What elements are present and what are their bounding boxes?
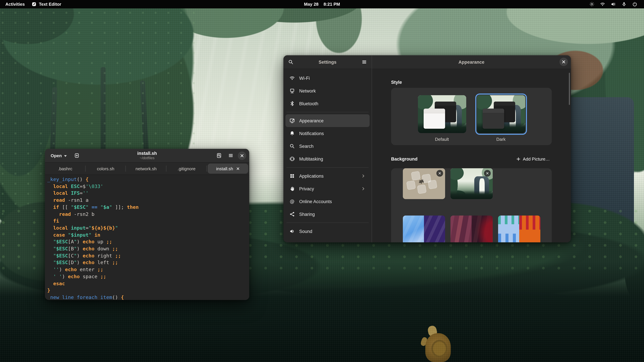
- sidebar-item-network[interactable]: Network: [286, 84, 370, 97]
- menu-button[interactable]: [226, 151, 236, 160]
- code-line: local IFS='': [47, 190, 249, 197]
- tab-install-sh[interactable]: install.sh✕: [208, 164, 248, 174]
- sidebar-divider: [286, 112, 368, 112]
- code-line: case "$input" in: [47, 231, 249, 238]
- text-editor-icon: [32, 2, 36, 7]
- document-search-button[interactable]: [214, 151, 224, 160]
- chevron-down-icon: [64, 155, 67, 157]
- sidebar-headerbar: Settings: [284, 55, 372, 69]
- sidebar-item-label: Search: [299, 144, 314, 149]
- style-option-default[interactable]: Default: [416, 93, 468, 145]
- background-thumb-blue-orange-pills[interactable]: [498, 216, 540, 242]
- add-picture-label: Add Picture…: [523, 157, 550, 162]
- panel-headerbar: Appearance: [372, 55, 571, 69]
- sidebar-item-label: Notifications: [299, 131, 324, 136]
- sidebar-item-label: Network: [299, 88, 316, 93]
- add-picture-button[interactable]: Add Picture…: [514, 155, 552, 163]
- sidebar-item-label: Power: [299, 242, 312, 242]
- activities-button[interactable]: Activities: [5, 2, 25, 7]
- multitasking-icon: [290, 156, 295, 162]
- search-button[interactable]: [286, 57, 296, 67]
- wifi-icon[interactable]: [600, 2, 605, 7]
- system-tray[interactable]: [589, 2, 644, 7]
- tab-label: colors.sh: [97, 166, 114, 171]
- remove-background-button[interactable]: [484, 170, 491, 177]
- sidebar-item-privacy[interactable]: Privacy: [286, 182, 370, 195]
- sidebar-item-sound[interactable]: Sound: [286, 225, 370, 238]
- sidebar-item-bluetooth[interactable]: Bluetooth: [286, 97, 370, 110]
- primary-menu-button[interactable]: [360, 57, 369, 67]
- sidebar-divider: [286, 167, 368, 168]
- date-label: May 28: [304, 2, 318, 7]
- code-line: "$ESC[A") echo up ;;: [47, 239, 249, 245]
- open-button-label: Open: [51, 153, 62, 158]
- volume-icon[interactable]: [611, 2, 616, 7]
- plus-icon: [516, 157, 520, 161]
- code-line: fi: [47, 218, 249, 224]
- sidebar-item-label: Wi-Fi: [299, 76, 310, 81]
- background-thumb-blue-purple-geometric[interactable]: [403, 216, 445, 242]
- sidebar-item-label: Applications: [299, 173, 324, 178]
- microphone-icon[interactable]: [622, 2, 626, 7]
- tab-label: .bashrc: [58, 166, 72, 171]
- background-thumb-forest-waterfall[interactable]: [450, 168, 493, 199]
- sidebar-item-label: Sharing: [299, 212, 315, 217]
- focused-app-menu[interactable]: Text Editor: [32, 2, 62, 7]
- svg-text:@: @: [290, 199, 294, 204]
- style-option-dark[interactable]: Dark: [475, 93, 527, 145]
- code-line: local input="${a}${b}": [47, 225, 249, 231]
- tab-colors-sh[interactable]: colors.sh: [85, 163, 126, 175]
- sidebar-item-label: Bluetooth: [299, 101, 318, 106]
- sidebar-item-label: Appearance: [299, 118, 324, 123]
- share-icon: [290, 212, 295, 217]
- close-settings-button[interactable]: [560, 58, 568, 66]
- sidebar-list: Wi-FiNetworkBluetoothAppearanceNotificat…: [284, 69, 372, 242]
- sidebar-item-notifications[interactable]: Notifications: [286, 127, 370, 140]
- document-title: install.sh: [137, 151, 157, 156]
- sidebar-item-appearance[interactable]: Appearance: [286, 114, 370, 127]
- battery-icon: [290, 241, 295, 242]
- sidebar-item-multitasking[interactable]: Multitasking: [286, 152, 370, 165]
- code-line: read -rsn2 b: [47, 211, 249, 218]
- sidebar-item-wi-fi[interactable]: Wi-Fi: [286, 72, 370, 84]
- settings-window: Settings Wi-FiNetworkBluetoothAppearance…: [284, 55, 571, 242]
- panel-body: Style DefaultDark Background Add Picture…: [372, 69, 571, 242]
- close-button[interactable]: [238, 151, 246, 160]
- settings-title: Settings: [284, 59, 372, 64]
- background-thumb-dark-red-waves[interactable]: [450, 216, 493, 242]
- night-light-icon[interactable]: [589, 2, 594, 7]
- code-line: local ESC=$'\033': [47, 183, 249, 190]
- sidebar-item-search[interactable]: Search: [286, 140, 370, 152]
- code-line: read -rsn1 a: [47, 197, 249, 204]
- tab-network-sh[interactable]: network.sh: [126, 163, 166, 175]
- sidebar-item-online-accounts[interactable]: @Online Accounts: [286, 195, 370, 208]
- panel-title: Appearance: [372, 59, 571, 64]
- open-button[interactable]: Open: [48, 151, 70, 160]
- style-thumb-frame: [475, 93, 527, 135]
- sidebar-item-applications[interactable]: Applications: [286, 170, 370, 182]
- remove-background-button[interactable]: [436, 170, 443, 177]
- chevron-right-icon: [361, 174, 366, 178]
- at-icon: @: [290, 199, 295, 204]
- sidebar-item-label: Online Accounts: [299, 199, 332, 204]
- text-editor-window: Open install.sh ~/dotfiles .bashrccolors…: [45, 149, 249, 300]
- tab-gitignore[interactable]: .gitignore: [166, 163, 207, 175]
- tab-label: install.sh: [216, 166, 233, 171]
- editor-text-area[interactable]: _key_input() { local ESC=$'\033' local I…: [45, 175, 249, 300]
- background-section-label: Background: [391, 157, 418, 162]
- sidebar-item-sharing[interactable]: Sharing: [286, 208, 370, 221]
- code-line: "$ESC[D") echo left ;;: [47, 259, 249, 266]
- background-thumb-beige-tiles-dragon[interactable]: [403, 168, 445, 199]
- code-line: '') echo enter ;;: [47, 266, 249, 273]
- privacy-icon: [290, 186, 295, 191]
- close-tab-icon[interactable]: ✕: [236, 166, 240, 171]
- scrollbar[interactable]: [569, 73, 570, 105]
- power-icon[interactable]: [632, 2, 637, 7]
- chevron-right-icon: [361, 186, 366, 191]
- new-tab-button[interactable]: [72, 151, 82, 160]
- clock-button[interactable]: May 28 8:21 PM: [304, 2, 340, 7]
- tab-bashrc[interactable]: .bashrc: [45, 163, 85, 175]
- sidebar-divider: [286, 223, 368, 223]
- sidebar-item-power[interactable]: Power: [286, 238, 370, 242]
- sidebar-item-label: Privacy: [299, 186, 314, 191]
